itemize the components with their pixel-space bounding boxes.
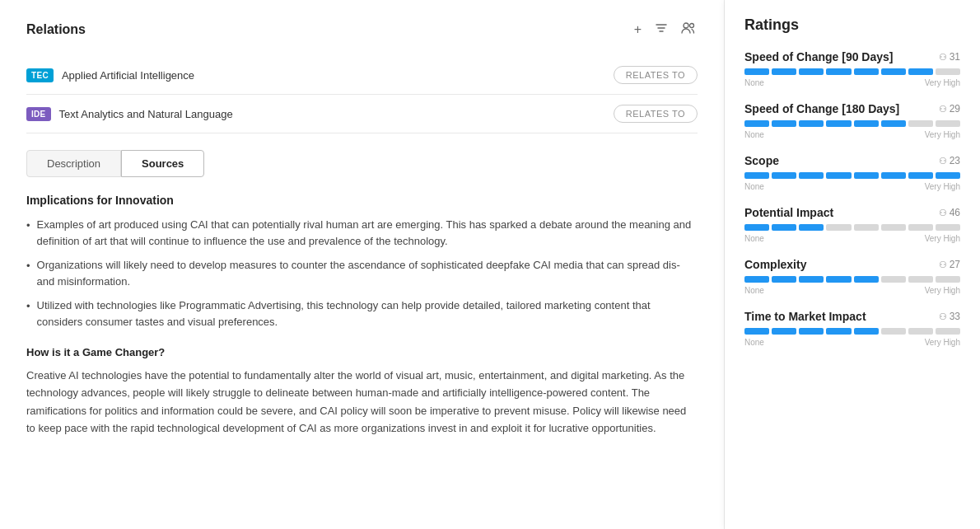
rating-track (744, 68, 960, 75)
relation-list: TEC Applied Artificial Intelligence RELA… (26, 56, 698, 133)
rating-segment (772, 276, 796, 283)
ratings-title: Ratings (744, 16, 960, 34)
rating-label: Potential Impact (744, 206, 833, 219)
scale-none: None (744, 338, 764, 347)
rating-header: Complexity 27 (744, 258, 960, 271)
rating-segment (799, 68, 824, 75)
rating-segment (826, 328, 851, 335)
rating-segment (799, 328, 824, 335)
rating-segment (936, 68, 960, 75)
rating-header: Potential Impact 46 (744, 206, 960, 219)
rating-segment (799, 224, 824, 231)
rating-segment (772, 120, 796, 127)
rating-segment (744, 120, 769, 127)
rating-segment (881, 172, 906, 179)
rating-item: Complexity 27 None Very High (744, 258, 960, 295)
scale-high: Very High (925, 286, 960, 295)
plus-icon: + (634, 22, 642, 37)
rating-segment (881, 276, 906, 283)
game-changer-heading: How is it a Game Changer? (26, 346, 698, 358)
relation-name: Text Analytics and Natural Language (59, 108, 233, 120)
rating-segment (772, 172, 796, 179)
rating-scale: None Very High (744, 130, 960, 139)
rating-segment (936, 224, 960, 231)
rating-scale: None Very High (744, 182, 960, 191)
tab-sources[interactable]: Sources (121, 150, 204, 177)
rating-track (744, 120, 960, 127)
rating-header: Speed of Change [90 Days] 31 (744, 50, 960, 63)
rating-segment (881, 224, 906, 231)
rating-segment (826, 224, 851, 231)
rating-header: Time to Market Impact 33 (744, 310, 960, 323)
rating-segment (826, 68, 851, 75)
rating-scale: None Very High (744, 78, 960, 87)
rating-count: 33 (939, 311, 960, 322)
relation-item[interactable]: TEC Applied Artificial Intelligence RELA… (26, 56, 698, 95)
svg-point-1 (690, 24, 694, 28)
rating-segment (936, 120, 960, 127)
rating-segment (854, 224, 879, 231)
rating-header: Speed of Change [180 Days] 29 (744, 102, 960, 115)
left-panel: Relations + (0, 0, 725, 529)
rating-item: Speed of Change [180 Days] 29 None Very … (744, 102, 960, 139)
rating-segment (936, 328, 960, 335)
tabs: Description Sources (26, 150, 698, 177)
rating-count: 23 (939, 155, 960, 166)
ratings-list: Speed of Change [90 Days] 31 None Very H… (744, 50, 960, 347)
rating-segment (854, 172, 879, 179)
relation-tag: TEC (26, 68, 54, 82)
relation-left: TEC Applied Artificial Intelligence (26, 68, 194, 82)
tab-description[interactable]: Description (26, 150, 121, 177)
rating-item: Potential Impact 46 None Very High (744, 206, 960, 243)
implications-heading: Implications for Innovation (26, 194, 698, 207)
rating-item: Time to Market Impact 33 None Very High (744, 310, 960, 347)
filter-button[interactable] (653, 20, 670, 40)
rating-segment (854, 68, 879, 75)
relations-actions: + (632, 20, 698, 40)
implications-list: Examples of art produced using CAI that … (26, 217, 698, 330)
rating-segment (772, 328, 796, 335)
rating-track (744, 224, 960, 231)
add-relation-button[interactable]: + (632, 21, 643, 39)
relates-to-badge[interactable]: RELATES TO (614, 66, 698, 84)
rating-segment (881, 120, 906, 127)
share-button[interactable] (679, 21, 698, 39)
relation-item[interactable]: IDE Text Analytics and Natural Language … (26, 95, 698, 133)
scale-none: None (744, 130, 764, 139)
rating-segment (936, 172, 960, 179)
rating-scale: None Very High (744, 338, 960, 347)
relation-name: Applied Artificial Intelligence (62, 69, 194, 82)
scale-high: Very High (925, 130, 960, 139)
rating-segment (908, 224, 933, 231)
rating-segment (854, 276, 879, 283)
rating-segment (908, 328, 933, 335)
rating-segment (799, 276, 824, 283)
rating-scale: None Very High (744, 234, 960, 243)
relates-to-badge[interactable]: RELATES TO (614, 105, 698, 123)
rating-segment (826, 172, 851, 179)
scale-none: None (744, 286, 764, 295)
rating-count: 27 (939, 259, 960, 270)
rating-track (744, 328, 960, 335)
rating-label: Scope (744, 154, 779, 167)
rating-segment (854, 120, 879, 127)
rating-segment (799, 172, 824, 179)
bullet-item: Organizations will likely need to develo… (26, 257, 698, 289)
rating-count: 29 (939, 103, 960, 115)
rating-segment (881, 68, 906, 75)
rating-segment (908, 276, 933, 283)
scale-high: Very High (925, 182, 960, 191)
svg-point-0 (684, 23, 688, 28)
filter-icon (655, 21, 668, 38)
rating-label: Speed of Change [90 Days] (744, 50, 894, 63)
rating-segment (744, 68, 769, 75)
relations-title: Relations (26, 22, 86, 37)
rating-track (744, 172, 960, 179)
rating-segment (936, 276, 960, 283)
rating-segment (826, 276, 851, 283)
rating-count: 31 (939, 51, 960, 63)
rating-label: Time to Market Impact (744, 310, 866, 323)
ratings-panel: Ratings Speed of Change [90 Days] 31 Non… (725, 0, 980, 529)
rating-segment (826, 120, 851, 127)
rating-scale: None Very High (744, 286, 960, 295)
